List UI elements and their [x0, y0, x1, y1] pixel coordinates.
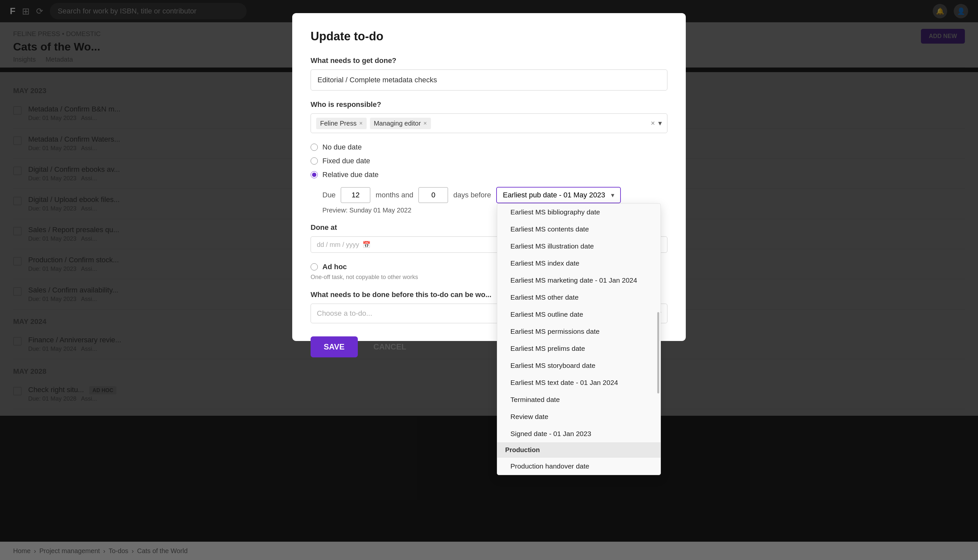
- radio-fixed-due-date-label: Fixed due date: [322, 157, 370, 165]
- adhoc-sub: One-off task, not copyable to other work…: [310, 274, 479, 281]
- radio-relative-due-date[interactable]: Relative due date: [310, 170, 668, 179]
- done-at-placeholder: dd / mm / yyyy: [317, 241, 359, 248]
- due-row: Due months and days before Earliest pub …: [322, 187, 668, 203]
- adhoc-block: Ad hoc One-off task, not copyable to oth…: [310, 263, 479, 281]
- dropdown-item[interactable]: Production handover date: [497, 458, 661, 475]
- date-reference-dropdown-list: Earliest MS bibliography date Earliest M…: [497, 203, 661, 475]
- radio-adhoc-input[interactable]: [310, 263, 318, 270]
- dropdown-item[interactable]: Review date: [497, 408, 661, 425]
- who-select-controls: × ▾: [651, 119, 662, 128]
- modal-title: Update to-do: [310, 30, 668, 43]
- cancel-button[interactable]: CANCEL: [365, 337, 414, 357]
- dropdown-scrollbar[interactable]: [657, 203, 659, 475]
- chevron-down-icon[interactable]: ▾: [658, 119, 662, 128]
- who-section: Who is responsible? Feline Press × Manag…: [310, 100, 668, 133]
- radio-no-due-date[interactable]: No due date: [310, 143, 668, 152]
- radio-relative-due-date-label: Relative due date: [322, 170, 379, 179]
- dropdown-item[interactable]: Earliest MS prelims date: [497, 340, 661, 357]
- due-days-label: days before: [453, 191, 491, 199]
- tag-managing-editor-label: Managing editor: [374, 120, 421, 127]
- due-label: Due: [322, 191, 335, 199]
- clear-all-icon[interactable]: ×: [651, 119, 655, 128]
- what-input[interactable]: [310, 70, 668, 90]
- radio-no-due-date-input[interactable]: [310, 143, 318, 151]
- radio-fixed-due-date[interactable]: Fixed due date: [310, 157, 668, 165]
- tag-managing-editor[interactable]: Managing editor ×: [370, 118, 431, 129]
- due-date-radio-group: No due date Fixed due date Relative due …: [310, 143, 668, 179]
- dropdown-item[interactable]: Earliest MS text date - 01 Jan 2024: [497, 374, 661, 391]
- due-months-label: months and: [376, 191, 413, 199]
- due-days-input[interactable]: [419, 187, 448, 203]
- tag-managing-editor-remove[interactable]: ×: [424, 120, 427, 127]
- dropdown-item[interactable]: Earliest MS marketing date - 01 Jan 2024: [497, 272, 661, 289]
- date-reference-value: Earliest pub date - 01 May 2023: [503, 191, 605, 199]
- dropdown-section-production: Production: [497, 442, 661, 458]
- dropdown-item[interactable]: Signed date - 01 Jan 2023: [497, 425, 661, 442]
- what-section: What needs to get done?: [310, 57, 668, 90]
- dropdown-item[interactable]: Earliest MS other date: [497, 289, 661, 306]
- dropdown-item[interactable]: Earliest MS bibliography date: [497, 203, 661, 221]
- dropdown-item[interactable]: Earliest MS illustration date: [497, 238, 661, 255]
- save-button[interactable]: SAVE: [310, 337, 358, 357]
- due-row-wrapper: Due months and days before Earliest pub …: [310, 187, 668, 214]
- tag-feline-press[interactable]: Feline Press ×: [316, 118, 367, 129]
- adhoc-title: Ad hoc: [322, 263, 347, 271]
- tag-feline-press-label: Feline Press: [320, 120, 357, 127]
- chevron-down-icon: ▾: [611, 191, 614, 199]
- who-select[interactable]: Feline Press × Managing editor × × ▾: [310, 113, 668, 133]
- dropdown-item[interactable]: Earliest MS permissions date: [497, 323, 661, 340]
- dropdown-item[interactable]: Terminated date: [497, 391, 661, 408]
- dropdown-item[interactable]: Earliest MS index date: [497, 255, 661, 272]
- tag-feline-press-remove[interactable]: ×: [359, 120, 363, 127]
- radio-relative-due-date-input[interactable]: [310, 171, 318, 178]
- calendar-icon: 📅: [362, 241, 371, 248]
- dropdown-item[interactable]: Earliest MS outline date: [497, 306, 661, 323]
- radio-adhoc[interactable]: Ad hoc: [310, 263, 479, 271]
- due-months-input[interactable]: [341, 187, 370, 203]
- update-todo-modal: Update to-do What needs to get done? Who…: [292, 13, 686, 341]
- what-label: What needs to get done?: [310, 57, 668, 65]
- modal-overlay: Update to-do What needs to get done? Who…: [0, 0, 978, 560]
- date-reference-dropdown[interactable]: Earliest pub date - 01 May 2023 ▾ Earlie…: [496, 187, 621, 203]
- dropdown-item[interactable]: Earliest MS storyboard date: [497, 357, 661, 374]
- radio-fixed-due-date-input[interactable]: [310, 157, 318, 165]
- who-label: Who is responsible?: [310, 100, 668, 109]
- radio-no-due-date-label: No due date: [322, 143, 362, 152]
- dropdown-scrollbar-thumb: [657, 312, 659, 393]
- dropdown-item[interactable]: Earliest MS contents date: [497, 221, 661, 238]
